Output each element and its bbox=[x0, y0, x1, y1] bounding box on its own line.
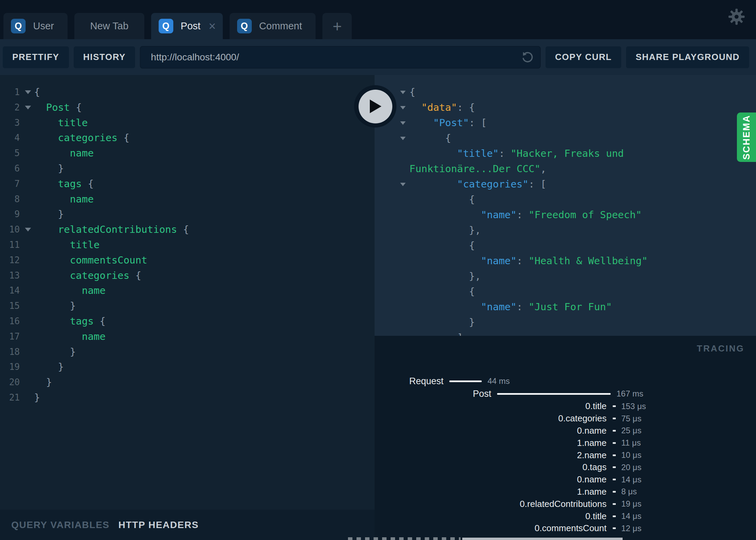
tab-post[interactable]: QPost× bbox=[151, 13, 223, 39]
editor-line[interactable]: 3 title bbox=[0, 115, 375, 131]
http-headers-toggle[interactable]: HTTP HEADERS bbox=[118, 520, 199, 530]
editor-line[interactable]: 9 } bbox=[0, 207, 375, 222]
tracing-field-tick bbox=[613, 405, 616, 407]
response-line: }, bbox=[375, 269, 756, 284]
share-playground-button[interactable]: SHARE PLAYGROUND bbox=[626, 46, 749, 68]
tracing-field-label: 0.name bbox=[375, 474, 607, 485]
editor-line[interactable]: 11 title bbox=[0, 237, 375, 253]
line-number: 21 bbox=[0, 390, 20, 405]
tab-comment[interactable]: QComment bbox=[230, 13, 316, 39]
execute-query-button[interactable] bbox=[354, 85, 396, 127]
editor-line[interactable]: 6 } bbox=[0, 161, 375, 176]
code-text: categories { bbox=[34, 130, 129, 146]
tracing-field-tick bbox=[613, 479, 616, 480]
close-tab-icon[interactable]: × bbox=[209, 20, 216, 32]
tracing-field-row: 0.title153 μs bbox=[375, 400, 756, 412]
editor-line[interactable]: 16 tags { bbox=[0, 314, 375, 329]
tab-label: New Tab bbox=[90, 20, 128, 32]
code-text: { bbox=[409, 85, 415, 100]
response-lines: { "data": { "Post": [ { "title": "Hacker… bbox=[375, 85, 756, 336]
tracing-field-row: 1.name11 μs bbox=[375, 437, 756, 449]
settings-gear-icon[interactable] bbox=[727, 7, 746, 27]
tracing-field-label: 0.categories bbox=[375, 413, 607, 424]
fold-arrow-icon[interactable] bbox=[22, 90, 34, 94]
editor-line[interactable]: 19 } bbox=[0, 359, 375, 375]
line-number: 1 bbox=[0, 85, 20, 100]
tracing-field-duration: 20 μs bbox=[621, 463, 641, 472]
editor-line[interactable]: 2 Post { bbox=[0, 100, 375, 115]
editor-line[interactable]: 12 commentsCount bbox=[0, 253, 375, 268]
editor-line[interactable]: 8 name bbox=[0, 192, 375, 207]
endpoint-url-input[interactable] bbox=[140, 46, 541, 69]
response-line: { bbox=[375, 238, 756, 253]
scrollbar-fragment[interactable] bbox=[462, 538, 623, 540]
editor-line[interactable]: 15 } bbox=[0, 298, 375, 314]
line-number: 9 bbox=[0, 207, 20, 222]
fold-arrow-icon[interactable] bbox=[396, 106, 409, 109]
editor-line[interactable]: 7 tags { bbox=[0, 176, 375, 192]
code-text: } bbox=[34, 390, 40, 405]
tracing-field-label: 0.title bbox=[375, 401, 607, 411]
tab-label: Post bbox=[181, 20, 201, 32]
new-tab-button[interactable]: + bbox=[322, 13, 352, 39]
tracing-field-tick bbox=[613, 430, 616, 432]
fold-arrow-icon[interactable] bbox=[396, 91, 409, 94]
code-text: title bbox=[34, 237, 100, 253]
tab-new-tab[interactable]: New Tab bbox=[74, 13, 144, 39]
tracing-span-label: Post bbox=[375, 389, 491, 399]
editor-line[interactable]: 17 name bbox=[0, 329, 375, 344]
tracing-field-label: 2.name bbox=[375, 450, 607, 461]
query-variables-toggle[interactable]: QUERY VARIABLES bbox=[11, 520, 110, 530]
editor-line[interactable]: 10 relatedContributions { bbox=[0, 222, 375, 237]
tracing-field-tick bbox=[613, 491, 616, 493]
code-text: "name": "Just For Fun" bbox=[409, 299, 612, 315]
tab-user[interactable]: QUser bbox=[3, 13, 68, 39]
chevron-down-icon bbox=[400, 137, 406, 140]
tracing-field-row: 0.name14 μs bbox=[375, 474, 756, 486]
tracing-field-tick bbox=[613, 527, 616, 529]
tracing-field-tick bbox=[613, 515, 616, 517]
tracing-field-row: 0.relatedContributions19 μs bbox=[375, 498, 756, 510]
tracing-field-row: 1.name8 μs bbox=[375, 486, 756, 498]
code-text: } bbox=[34, 161, 64, 176]
fold-arrow-icon[interactable] bbox=[396, 183, 409, 186]
code-text: "Post": [ bbox=[409, 115, 487, 131]
response-line: { bbox=[375, 131, 756, 146]
code-text: } bbox=[34, 298, 76, 314]
editor-line[interactable]: 5 name bbox=[0, 146, 375, 161]
editor-line[interactable]: 20 } bbox=[0, 375, 375, 390]
query-badge: Q bbox=[159, 19, 173, 33]
code-text: } bbox=[34, 344, 76, 360]
fold-arrow-icon[interactable] bbox=[22, 106, 34, 109]
fold-arrow-icon[interactable] bbox=[22, 228, 34, 231]
tracing-field-label: 0.tags bbox=[375, 462, 607, 472]
fold-arrow-icon[interactable] bbox=[396, 137, 409, 140]
editor-line[interactable]: 14 name bbox=[0, 283, 375, 298]
editor-line[interactable]: 4 categories { bbox=[0, 130, 375, 146]
chevron-down-icon bbox=[25, 228, 31, 231]
line-number: 15 bbox=[0, 298, 20, 314]
tracing-panel: TRACING Request44 msPost167 ms 0.title15… bbox=[375, 336, 756, 540]
schema-side-tab[interactable]: SCHEMA bbox=[737, 112, 756, 162]
prettify-button[interactable]: PRETTIFY bbox=[3, 46, 69, 68]
tracing-field-tick bbox=[613, 503, 616, 505]
code-text: name bbox=[34, 283, 106, 298]
tracing-field-tick bbox=[613, 442, 616, 444]
editor-line[interactable]: 13 categories { bbox=[0, 268, 375, 283]
fold-arrow-icon[interactable] bbox=[396, 121, 409, 125]
editor-line[interactable]: 1{ bbox=[0, 85, 375, 100]
code-text: "name": "Freedom of Speech" bbox=[409, 207, 642, 223]
tracing-field-rows: 0.title153 μs0.categories75 μs0.name25 μ… bbox=[375, 400, 756, 535]
history-button[interactable]: HISTORY bbox=[74, 46, 135, 68]
editor-line[interactable]: 18 } bbox=[0, 344, 375, 360]
editor-line[interactable]: 21} bbox=[0, 390, 375, 405]
code-text: tags { bbox=[34, 314, 106, 329]
tracing-field-duration: 19 μs bbox=[621, 499, 641, 509]
query-badge: Q bbox=[11, 19, 26, 33]
tracing-span-label: Request bbox=[375, 376, 444, 387]
code-text: title bbox=[34, 115, 88, 131]
reload-schema-icon[interactable] bbox=[520, 50, 535, 66]
copy-curl-button[interactable]: COPY CURL bbox=[546, 46, 621, 68]
endpoint-url-wrap bbox=[140, 46, 541, 69]
query-editor[interactable]: 1{2 Post {3 title4 categories {5 name6 }… bbox=[0, 75, 375, 510]
